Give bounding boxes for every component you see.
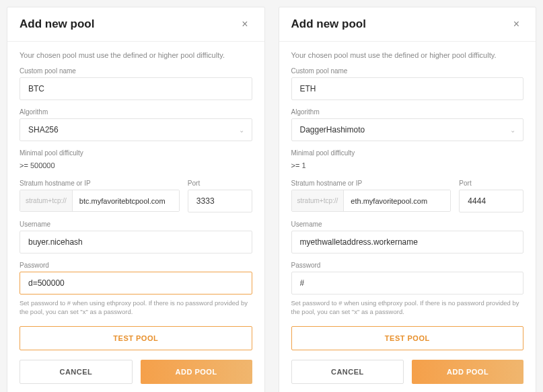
info-text: Your chosen pool must use the defined or…	[291, 51, 524, 59]
port-label: Port	[188, 180, 252, 187]
add-pool-button[interactable]: ADD POOL	[412, 360, 523, 384]
password-help: Set password to # when using ethproxy po…	[291, 299, 524, 317]
username-input[interactable]	[291, 231, 524, 253]
cancel-button[interactable]: CANCEL	[20, 360, 133, 384]
pool-name-input[interactable]	[291, 77, 524, 100]
password-label: Password	[291, 262, 524, 269]
close-icon: ×	[513, 18, 519, 30]
difficulty-value: >= 1	[291, 159, 524, 171]
dialog-title: Add new pool	[291, 17, 366, 31]
host-label: Stratum hostname or IP	[291, 180, 451, 187]
username-label: Username	[20, 221, 252, 228]
algorithm-select[interactable]	[20, 118, 252, 141]
host-input[interactable]	[73, 190, 179, 211]
host-prefix: stratum+tcp://	[292, 190, 345, 211]
difficulty-value: >= 500000	[20, 159, 252, 171]
dialog-title: Add new pool	[20, 17, 94, 31]
password-input[interactable]	[291, 272, 524, 295]
difficulty-label: Minimal pool difficulty	[291, 149, 524, 157]
port-label: Port	[459, 180, 523, 187]
algorithm-label: Algorithm	[291, 108, 524, 116]
pool-name-label: Custom pool name	[20, 67, 252, 75]
add-pool-dialog-left: Add new pool × Your chosen pool must use…	[7, 7, 265, 392]
test-pool-button[interactable]: TEST POOL	[20, 326, 252, 350]
port-input[interactable]	[188, 190, 252, 212]
add-pool-dialog-right: Add new pool × Your chosen pool must use…	[279, 7, 537, 392]
password-input[interactable]	[20, 272, 252, 295]
algorithm-select[interactable]	[291, 118, 524, 141]
pool-name-label: Custom pool name	[291, 67, 524, 75]
host-label: Stratum hostname or IP	[20, 180, 180, 187]
difficulty-label: Minimal pool difficulty	[20, 149, 252, 157]
password-label: Password	[20, 262, 252, 269]
username-input[interactable]	[20, 231, 252, 253]
cancel-button[interactable]: CANCEL	[291, 360, 404, 384]
port-input[interactable]	[459, 190, 523, 212]
close-button[interactable]: ×	[238, 17, 252, 32]
close-button[interactable]: ×	[509, 17, 523, 32]
test-pool-button[interactable]: TEST POOL	[291, 326, 524, 350]
close-icon: ×	[242, 18, 248, 30]
add-pool-button[interactable]: ADD POOL	[141, 360, 252, 384]
username-label: Username	[291, 221, 524, 228]
host-prefix: stratum+tcp://	[20, 190, 73, 211]
pool-name-input[interactable]	[20, 77, 252, 100]
password-help: Set password to # when using ethproxy po…	[20, 299, 252, 317]
info-text: Your chosen pool must use the defined or…	[20, 51, 252, 59]
host-input[interactable]	[344, 190, 450, 211]
algorithm-label: Algorithm	[20, 108, 252, 116]
